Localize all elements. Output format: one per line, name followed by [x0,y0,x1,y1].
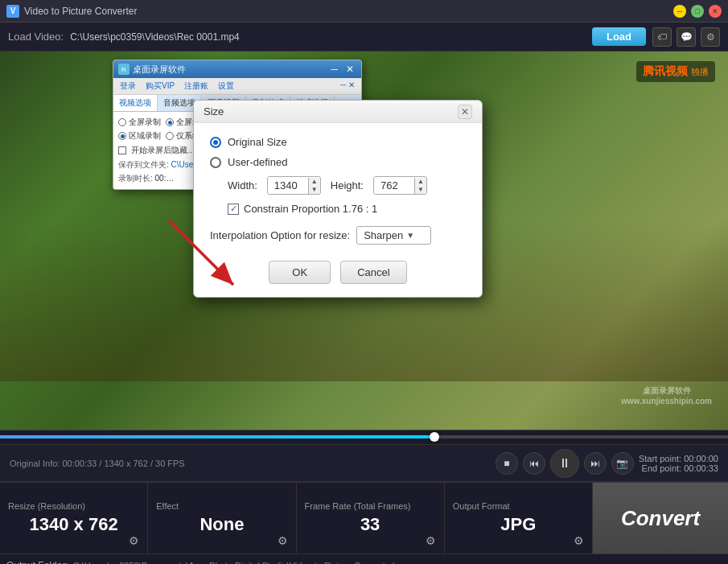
size-cancel-button[interactable]: Cancel [340,261,406,284]
rec-tab-video[interactable]: 视频选项 [113,95,158,111]
convert-label: Convert [621,506,700,531]
rec-min[interactable]: ─ [328,64,340,75]
size-original-row[interactable]: Original Size [210,136,466,148]
load-label: Load Video: [8,31,64,43]
rec-duration: 00:… [155,174,175,183]
next-button[interactable]: ⏭ [584,452,607,475]
size-ok-button[interactable]: OK [269,261,331,284]
rec-checkbox[interactable] [118,146,126,154]
size-constrain-label: Constrain Proportion 1.76 : 1 [244,203,377,215]
size-height-spin[interactable]: ▲ ▼ [414,178,426,194]
outputformat-gear[interactable]: ⚙ [574,534,584,547]
stop-button[interactable]: ■ [496,452,518,475]
size-width-value[interactable]: 1340 [268,177,308,194]
outputformat-label: Output Format [453,501,510,511]
rec-nav-settings[interactable]: 设置 [216,80,236,93]
timeline-bar[interactable] [0,430,728,444]
framerate-panel: Frame Rate (Total Frames) 33 ⚙ [297,483,445,554]
size-height-label: Height: [331,179,364,191]
resize-gear[interactable]: ⚙ [129,534,139,547]
recorder-controls: ─ ✕ [328,64,356,75]
effect-panel: Effect None ⚙ [148,483,296,554]
rec-nav-vip[interactable]: 购买VIP [144,80,176,93]
bottom-url: www.xunjiesshipin.com [621,397,712,406]
resize-panel: Resize (Resolution) 1340 x 762 ⚙ [0,483,148,554]
load-bar: Load Video: C:\Users\pc0359\Videos\Rec 0… [0,23,728,51]
window-controls: ─ □ ✕ [673,5,722,18]
size-original-label: Original Size [228,136,287,148]
rec-close[interactable]: ✕ [343,64,356,75]
watermark-top-right: 腾讯视频 独播 [636,61,715,82]
tag-icon[interactable]: 🏷 [652,27,672,47]
size-interp-row: Interpolation Option for resize: Sharpen… [210,226,466,245]
app-title: Video to Picture Converter [24,6,138,17]
output-folder-path: C:\Users\pc0359\Documents\AoaoPhoto Digi… [73,561,696,565]
size-interp-label: Interpolation Option for resize: [210,229,350,241]
rec-group-1: 全屏录制 区域录制 [118,117,161,142]
outputformat-value: JPG [500,514,536,535]
size-close-button[interactable]: ✕ [458,105,472,119]
timeline-thumb[interactable] [430,432,439,442]
rec-nav-register[interactable]: 注册账 [183,80,210,93]
size-dialog-title: Size [204,105,458,117]
bottom-brand: 桌面录屏软件 [621,385,712,397]
rec-checkbox-item[interactable]: 开始录屏后隐藏… [118,145,195,156]
size-userdefined-label: User-defined [228,156,287,168]
size-btn-row: OK Cancel [210,261,466,284]
size-height-input[interactable]: 762 ▲ ▼ [373,176,427,195]
size-interp-arrow: ▼ [406,231,414,240]
settings-icon[interactable]: ⚙ [701,27,720,47]
chat-icon[interactable]: 💬 [677,27,696,47]
size-width-input[interactable]: 1340 ▲ ▼ [267,176,321,195]
play-pause-button[interactable]: ⏸ [550,449,579,478]
effect-gear[interactable]: ⚙ [278,534,288,547]
timeline-progress [0,435,437,438]
effect-label: Effect [156,501,179,511]
rec-radio-full2-btn[interactable] [166,118,174,126]
app-icon: V [6,5,19,18]
framerate-value: 33 [360,514,380,535]
rec-radio-region-btn[interactable] [118,132,126,140]
size-height-value[interactable]: 762 [374,177,414,194]
snapshot-button[interactable]: 📷 [611,452,634,475]
size-userdefined-row[interactable]: User-defined [210,156,466,168]
minimize-button[interactable]: ─ [673,5,686,18]
recorder-icon: R [118,64,130,75]
timeline-track[interactable] [0,435,728,438]
output-browse-button[interactable]: ••• [700,558,722,565]
recorder-nav: 登录 购买VIP 注册账 设置 ─ ✕ [113,78,361,95]
rec-radio-fullscreen[interactable]: 全屏录制 [118,117,161,128]
size-height-up[interactable]: ▲ [415,178,426,186]
rec-checkbox-label: 开始录屏后隐藏… [131,145,195,156]
maximize-button[interactable]: □ [691,5,704,18]
convert-panel[interactable]: Convert [593,483,728,554]
outputformat-panel: Output Format JPG ⚙ [445,483,593,554]
size-width-up[interactable]: ▲ [309,178,320,186]
prev-button[interactable]: ⏮ [523,452,545,475]
video-area: 腾讯视频 独播 桌面录屏软件 www.xunjiesshipin.com R 桌… [0,51,728,430]
effect-value: None [199,514,244,535]
rec-fullscreen-label: 全屏录制 [129,117,161,128]
size-width-down[interactable]: ▼ [309,186,320,194]
size-userdefined-radio[interactable] [210,157,221,168]
rec-nav-login[interactable]: 登录 [118,80,138,93]
size-dialog: Size ✕ Original Size User-defined Width: [193,100,483,298]
size-dialog-body: Original Size User-defined Width: 1340 ▲… [194,123,482,297]
size-interp-select[interactable]: Sharpen ▼ [356,226,431,245]
rec-region-label: 区域录制 [129,130,161,142]
size-width-spin[interactable]: ▲ ▼ [308,178,320,194]
controls-bar: Original Info: 00:00:33 / 1340 x 762 / 3… [0,444,728,481]
framerate-gear[interactable]: ⚙ [426,534,436,547]
size-original-radio[interactable] [210,137,221,148]
size-height-down[interactable]: ▼ [415,186,426,194]
output-folder-bar: Output Folder: C:\Users\pc0359\Documents… [0,554,728,564]
load-icon-group: 🏷 💬 ⚙ [652,27,720,47]
rec-radio-sys-btn[interactable] [166,132,174,140]
size-width-label: Width: [228,179,257,191]
load-button[interactable]: Load [592,27,646,46]
rec-radio-region[interactable]: 区域录制 [118,130,161,142]
original-info: Original Info: 00:00:33 / 1340 x 762 / 3… [10,459,491,468]
size-constrain-checkbox[interactable]: ✓ [228,204,239,215]
rec-radio-fullscreen-btn[interactable] [118,118,126,126]
close-button[interactable]: ✕ [709,5,722,18]
